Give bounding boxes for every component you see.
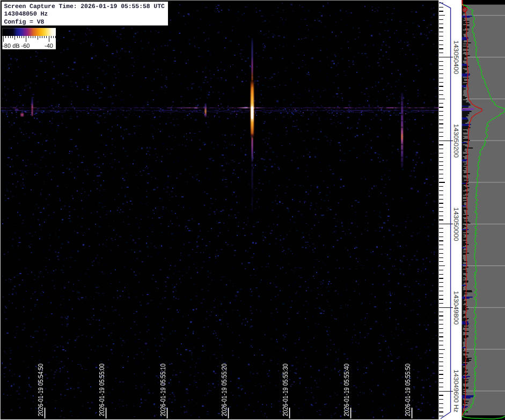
svg-text:2026-01-19 05:55:30: 2026-01-19 05:55:30	[281, 364, 289, 416]
svg-text:-40: -40	[45, 43, 53, 49]
svg-text:143050000: 143050000	[452, 208, 460, 241]
svg-text:143049800: 143049800	[452, 291, 460, 325]
svg-text:143050400: 143050400	[452, 40, 460, 74]
svg-text:143050200: 143050200	[452, 124, 460, 158]
svg-text:-60: -60	[21, 43, 30, 49]
svg-text:Screen Capture Time: 2026-01-1: Screen Capture Time: 2026-01-19 05:55:58…	[4, 3, 165, 10]
svg-text:2026-01-19 05:55:50: 2026-01-19 05:55:50	[404, 364, 412, 416]
svg-text:2026-01-19 05:55:10: 2026-01-19 05:55:10	[159, 364, 167, 416]
svg-text:2026-01-19 05:55:20: 2026-01-19 05:55:20	[220, 364, 228, 416]
svg-text:-80 dB: -80 dB	[2, 43, 19, 49]
svg-text:2026-01-19 05:55:00: 2026-01-19 05:55:00	[98, 364, 106, 416]
svg-text:143049600 Hz: 143049600 Hz	[452, 370, 460, 412]
svg-text:143048050 Hz: 143048050 Hz	[4, 11, 48, 18]
svg-text:Config = V8: Config = V8	[4, 19, 45, 26]
svg-text:2026-01-19 05:54:50: 2026-01-19 05:54:50	[36, 364, 45, 416]
svg-text:2026-01-19 05:55:40: 2026-01-19 05:55:40	[342, 364, 350, 416]
